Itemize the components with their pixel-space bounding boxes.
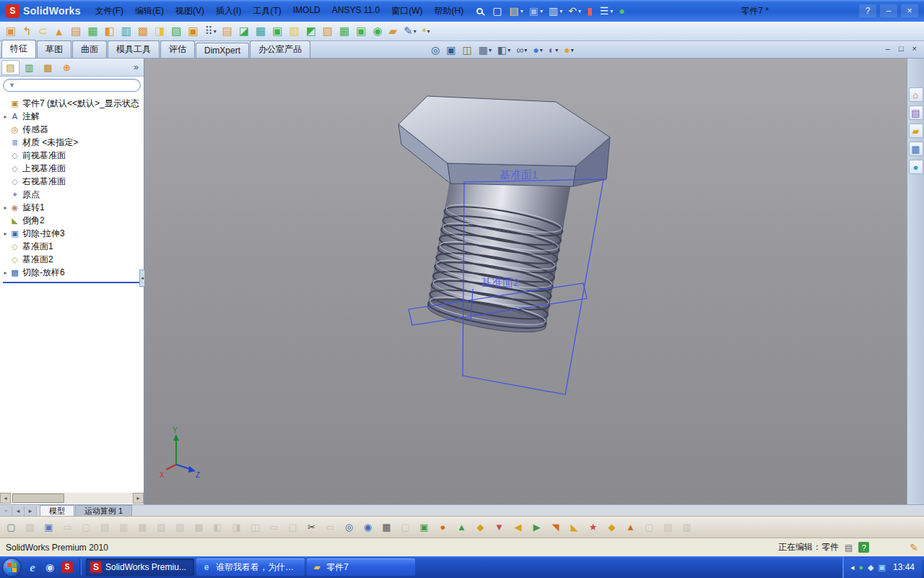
expand-arrow-icon[interactable]: ▸ (1, 269, 9, 276)
tree-item[interactable]: ▸ ▩ 切除-放样6 (1, 266, 144, 279)
bottom-toolbar-icon[interactable]: ▤ (661, 519, 676, 535)
bottom-toolbar-icon[interactable]: ▲ (454, 519, 469, 535)
task-folder[interactable]: ▰ 零件7 (307, 558, 415, 576)
tree-item[interactable]: ⌖ 原点 (1, 188, 144, 201)
bottom-toolbar-icon[interactable]: ◀ (510, 519, 526, 535)
menu-item[interactable]: 编辑(E) (129, 3, 170, 20)
menu-item[interactable]: IMOLD (287, 3, 326, 20)
featuremanager-tab[interactable]: ▤ (1, 60, 19, 75)
edit-appearance-icon[interactable]: ● ▾ (531, 43, 544, 57)
bottom-toolbar-icon[interactable]: ▨ (173, 519, 188, 535)
bottom-toolbar-icon[interactable]: ▥ (679, 519, 694, 535)
bolt-model[interactable] (398, 96, 610, 338)
tab-scroll-right-icon[interactable]: ▸ (25, 506, 37, 516)
menu-item[interactable]: 帮助(H) (429, 3, 470, 20)
imold-tool-18-icon[interactable]: ▥ (287, 23, 302, 39)
help-sphere-icon[interactable]: ● (616, 3, 628, 19)
display-style-icon[interactable]: ◧ ▾ (496, 43, 512, 57)
filter-input[interactable] (19, 80, 135, 90)
pane-splitter-icon[interactable]: ▫ (0, 506, 12, 516)
panel-overflow-chevron[interactable]: » (134, 62, 142, 72)
task-solidworks[interactable]: S SolidWorks Premiu... (86, 558, 194, 576)
bottom-toolbar-icon[interactable]: ◆ (604, 519, 619, 535)
tree-item[interactable]: ◎ 传感器 (1, 123, 144, 136)
imold-tool-8-icon[interactable]: ▥ (119, 23, 134, 39)
bottom-toolbar-icon[interactable]: ★ (585, 519, 601, 535)
rebuild-icon[interactable]: ▮ (585, 3, 596, 19)
new-document-icon[interactable]: ▢ (490, 3, 505, 19)
search-icon[interactable] (476, 8, 483, 14)
tree-item[interactable]: ▸ ▣ 切除-拉伸3 (1, 227, 144, 240)
doc-close-button[interactable]: × (912, 44, 917, 53)
file-explorer-icon[interactable]: ▰ (909, 124, 923, 138)
imold-tool-19-icon[interactable]: ◩ (304, 23, 319, 39)
hide-show-items-icon[interactable]: ∞ ▾ (515, 43, 528, 57)
command-tab[interactable]: 草图 (37, 40, 71, 58)
tab-scroll-left-icon[interactable]: ◂ (12, 506, 25, 516)
tray-network-icon[interactable]: ▣ (879, 564, 886, 571)
save-icon[interactable]: ▣ ▾ (527, 3, 545, 19)
imold-tool-2-icon[interactable]: ↰ (20, 23, 35, 39)
imold-tool-23-icon[interactable]: ◉ (370, 23, 385, 39)
imold-tool-16-icon[interactable]: ▦ (253, 23, 269, 39)
imold-tool-15-icon[interactable]: ◪ (237, 23, 252, 39)
imold-tool-7-icon[interactable]: ◧ (103, 23, 118, 39)
tree-item[interactable]: ◇ 上视基准面 (1, 162, 144, 175)
menu-item[interactable]: 窗口(W) (385, 3, 428, 20)
imold-tool-11-icon[interactable]: ▧ (169, 23, 184, 39)
grid-options-icon[interactable]: ⠿ ▾ (203, 23, 219, 39)
graphics-viewport[interactable]: 基准面1 基准面2 Y Z X (144, 59, 907, 504)
expand-arrow-icon[interactable]: ▸ (1, 204, 9, 211)
tree-item[interactable]: ◇ 基准面2 (1, 253, 144, 266)
scrollbar-thumb[interactable] (12, 493, 64, 503)
media-icon[interactable]: ◉ (42, 558, 58, 576)
menu-item[interactable]: ANSYS 11.0 (326, 3, 385, 20)
imold-tool-4-icon[interactable]: ▲ (51, 23, 67, 39)
options-icon[interactable]: ☰ ▾ (598, 3, 616, 19)
appearances-icon[interactable]: ● (909, 160, 923, 174)
menu-item[interactable]: 工具(T) (247, 3, 287, 20)
doc-minimize-button[interactable]: – (886, 44, 890, 53)
bottom-toolbar-icon[interactable]: ▼ (492, 519, 507, 535)
bottom-toolbar-icon[interactable]: ▲ (623, 519, 638, 535)
imold-tool-14-icon[interactable]: ▤ (220, 23, 235, 39)
close-button[interactable]: × (901, 4, 918, 17)
view-settings-icon[interactable]: ● ▾ (562, 43, 575, 57)
bottom-toolbar-icon[interactable]: ◎ (341, 519, 357, 535)
undo-icon[interactable]: ↶ ▾ (566, 3, 583, 19)
imold-tool-12-icon[interactable]: ▣ (186, 23, 201, 39)
zoom-area-icon[interactable]: ▣ (445, 43, 458, 57)
imold-tool-24-icon[interactable]: ▰ (387, 23, 401, 39)
configurationmanager-tab[interactable]: ▩ (39, 60, 57, 75)
bottom-toolbar-icon[interactable]: ▢ (642, 519, 657, 535)
command-tab[interactable]: DimXpert (196, 43, 249, 58)
help-button[interactable]: ? (859, 4, 876, 17)
design-library-icon[interactable]: ▤ (909, 105, 923, 120)
tray-status-icon[interactable]: ● (858, 564, 863, 571)
bottom-toolbar-icon[interactable]: ▦ (135, 519, 150, 535)
imold-tool-6-icon[interactable]: ▦ (85, 23, 100, 39)
menu-item[interactable]: 视图(V) (170, 3, 210, 20)
model-tab[interactable]: 模型 (40, 505, 74, 516)
expand-arrow-icon[interactable]: ▸ (1, 113, 9, 120)
imold-tool-17-icon[interactable]: ▣ (270, 23, 285, 39)
bottom-toolbar-icon[interactable]: ◉ (360, 519, 375, 535)
bottom-toolbar-icon[interactable]: ◥ (548, 519, 563, 535)
command-tab[interactable]: 模具工具 (108, 40, 160, 58)
bottom-toolbar-icon[interactable]: ◫ (248, 519, 263, 535)
sketch-tool-icon[interactable]: ✎ ▾ (401, 23, 419, 39)
imold-tool-9-icon[interactable]: ▩ (136, 23, 151, 39)
solidworks-resources-icon[interactable]: ⌂ (909, 87, 923, 102)
bottom-toolbar-icon[interactable]: ▢ (398, 519, 413, 535)
minimize-button[interactable]: – (880, 4, 897, 17)
menu-item[interactable]: 文件(F) (90, 3, 129, 20)
command-tab[interactable]: 评估 (160, 40, 195, 58)
imold-tool-5-icon[interactable]: ▤ (69, 23, 84, 39)
propertymanager-tab[interactable]: ▥ (20, 60, 38, 75)
expand-arrow-icon[interactable]: ▸ (1, 230, 9, 237)
rollback-bar[interactable] (3, 282, 141, 283)
command-tab[interactable]: 办公室产品 (250, 40, 310, 58)
bottom-toolbar-icon[interactable]: ◨ (229, 519, 244, 535)
print-icon[interactable]: ▥ ▾ (546, 3, 565, 19)
panel-horizontal-scrollbar[interactable]: ◂ ▸ (0, 493, 144, 504)
